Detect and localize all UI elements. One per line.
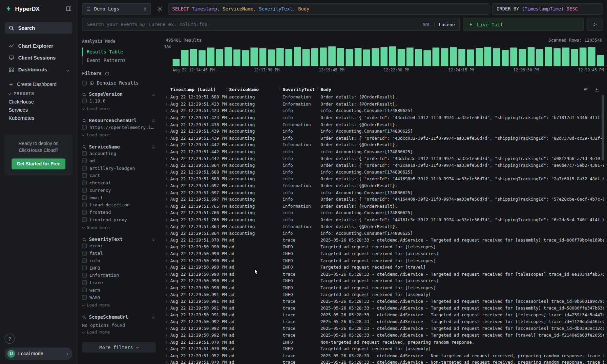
histogram-bar[interactable] bbox=[337, 48, 344, 66]
histogram-bar[interactable] bbox=[216, 49, 223, 66]
histogram-bar[interactable] bbox=[311, 48, 318, 66]
filter-option[interactable]: info bbox=[82, 257, 155, 264]
histogram-bar[interactable] bbox=[190, 49, 197, 66]
table-row[interactable]: Aug 22 12:29:50.990 PMadINFOTargeted ad … bbox=[164, 285, 604, 291]
sidebar-item-client-sessions[interactable]: Client Sessions bbox=[5, 52, 72, 63]
chevron-right-icon[interactable] bbox=[164, 341, 170, 343]
load-more-button[interactable]: Show more bbox=[82, 224, 155, 231]
table-row[interactable]: Aug 22 12:29:50.991 PMadtrace2025-05-26 … bbox=[164, 305, 604, 312]
table-row[interactable]: Aug 22 12:29:51.423 PMaccountinginfoOrde… bbox=[164, 114, 604, 121]
histogram-bar[interactable] bbox=[398, 49, 405, 66]
checkbox-icon[interactable] bbox=[82, 81, 87, 86]
histogram-bar[interactable] bbox=[536, 49, 543, 66]
table-row[interactable]: Aug 22 12:29:51.688 PMaccountingInformat… bbox=[164, 94, 604, 101]
table-row[interactable]: Aug 22 12:29:50.990 PMadINFOTargeted ad … bbox=[164, 257, 604, 264]
help-button[interactable]: ? bbox=[5, 334, 15, 344]
checkbox-icon[interactable] bbox=[82, 295, 87, 300]
checkbox-icon[interactable] bbox=[82, 273, 87, 278]
checkbox-icon[interactable] bbox=[82, 166, 87, 170]
table-row[interactable]: Aug 22 12:29:51.864 PMaccountinginfoOrde… bbox=[164, 162, 604, 169]
table-row[interactable]: Aug 22 12:29:50.990 PMadINFOTargeted ad … bbox=[164, 278, 604, 285]
table-row[interactable]: Aug 22 12:29:51.438 PMaccountingInformat… bbox=[164, 121, 604, 128]
chevron-right-icon[interactable] bbox=[164, 185, 170, 187]
filter-option[interactable]: warn bbox=[82, 287, 155, 294]
filter-option[interactable]: frontend-proxy bbox=[82, 216, 155, 223]
sidebar-item-clickhouse[interactable]: ClickHouse bbox=[5, 98, 72, 106]
pin-icon[interactable] bbox=[151, 315, 156, 319]
table-row[interactable]: Aug 22 12:29:51.765 PMaccountingInformat… bbox=[164, 203, 604, 209]
run-query-button[interactable] bbox=[587, 18, 603, 31]
filter-option[interactable]: currency bbox=[82, 187, 155, 194]
filter-option[interactable]: https://opentelemetry.i… bbox=[82, 124, 155, 131]
histogram-bar[interactable] bbox=[424, 50, 431, 66]
chevron-right-icon[interactable] bbox=[164, 103, 170, 105]
lang-sql-option[interactable]: SQL bbox=[423, 22, 431, 27]
table-row[interactable]: Aug 22 12:29:50.991 PMadtrace2025-05-26 … bbox=[164, 312, 604, 318]
chevron-right-icon[interactable] bbox=[164, 273, 170, 275]
histogram-bar[interactable] bbox=[320, 48, 327, 66]
checkbox-icon[interactable] bbox=[82, 173, 87, 178]
chevron-right-icon[interactable] bbox=[164, 321, 170, 323]
histogram-bar[interactable] bbox=[553, 48, 561, 66]
histogram-bar[interactable] bbox=[198, 50, 206, 66]
chevron-right-icon[interactable] bbox=[164, 287, 170, 289]
table-row[interactable]: Aug 22 12:29:50.990 PMadINFOTargeted ad … bbox=[164, 250, 604, 257]
sidebar-item-search[interactable]: Search bbox=[5, 22, 72, 33]
histogram-bar[interactable] bbox=[441, 48, 448, 66]
sidebar-item-kubernetes[interactable]: Kubernetes bbox=[5, 114, 72, 122]
more-filters-button[interactable]: More filters bbox=[82, 342, 155, 352]
header-severitytext[interactable]: SeverityText bbox=[282, 87, 320, 92]
checkbox-icon[interactable] bbox=[82, 203, 87, 207]
chevron-right-icon[interactable] bbox=[164, 151, 170, 153]
download-icon[interactable] bbox=[594, 87, 599, 92]
table-row[interactable]: Aug 22 12:29:51.439 PMaccountinginfoinfo… bbox=[164, 128, 604, 135]
histogram-bar[interactable] bbox=[493, 48, 500, 66]
pin-icon[interactable] bbox=[151, 118, 156, 123]
histogram-bar[interactable] bbox=[346, 49, 353, 66]
filter-option[interactable]: WARN bbox=[82, 294, 155, 301]
table-row[interactable]: Aug 22 12:29:51.766 PMaccountinginfoinfo… bbox=[164, 210, 604, 217]
chevron-right-icon[interactable] bbox=[164, 137, 170, 139]
filter-option[interactable]: checkout bbox=[82, 179, 155, 186]
checkbox-icon[interactable] bbox=[82, 266, 87, 270]
table-row[interactable]: Aug 22 12:29:51.442 PMaccountingInformat… bbox=[164, 141, 604, 148]
chevron-right-icon[interactable] bbox=[164, 307, 170, 309]
chevron-right-icon[interactable] bbox=[164, 144, 170, 146]
chevron-right-icon[interactable] bbox=[164, 226, 170, 228]
table-row[interactable]: Aug 22 12:29:50.992 PMadtrace2025-05-26 … bbox=[164, 318, 604, 325]
table-row[interactable]: Aug 22 12:29:50.990 PMadINFOTargeted ad … bbox=[164, 264, 604, 271]
chevron-right-icon[interactable] bbox=[164, 267, 170, 269]
load-more-button[interactable]: Load more bbox=[82, 132, 155, 139]
table-row[interactable]: Aug 22 12:29:50.991 PMadINFOTargeted ad … bbox=[164, 291, 604, 298]
table-row[interactable]: Aug 22 12:29:51.442 PMaccountinginfoinfo… bbox=[164, 149, 604, 155]
sidebar-item-dashboards[interactable]: Dashboards bbox=[5, 64, 72, 75]
pin-icon[interactable] bbox=[151, 237, 156, 242]
denoise-results-option[interactable]: Denoise Results bbox=[82, 81, 155, 86]
checkbox-icon[interactable] bbox=[82, 217, 87, 222]
table-row[interactable]: Aug 22 12:29:51.439 PMaccountinginfoOrde… bbox=[164, 135, 604, 141]
mode-event-patterns[interactable]: Event Patterns bbox=[82, 56, 155, 65]
checkbox-icon[interactable] bbox=[82, 181, 87, 185]
histogram-bar[interactable] bbox=[372, 48, 379, 66]
chevron-right-icon[interactable] bbox=[164, 164, 170, 166]
chevron-right-icon[interactable] bbox=[164, 362, 170, 364]
histogram-bar[interactable] bbox=[580, 48, 587, 66]
table-row[interactable]: Aug 22 12:29:51.863 PMaccountingInformat… bbox=[164, 223, 604, 230]
table-row[interactable]: Aug 22 12:29:51.766 PMaccountinginfoOrde… bbox=[164, 217, 604, 223]
table-row[interactable]: Aug 22 12:29:51.697 PMaccountinginfoinfo… bbox=[164, 189, 604, 196]
chevron-right-icon[interactable] bbox=[164, 171, 170, 173]
table-row[interactable]: Aug 22 12:29:50.992 PMadtrace2025-05-26 … bbox=[164, 325, 604, 332]
load-more-button[interactable]: Load more bbox=[82, 328, 155, 336]
filter-option[interactable]: ad bbox=[82, 157, 155, 164]
histogram-bar[interactable] bbox=[458, 49, 465, 66]
sidebar-collapse-icon[interactable] bbox=[66, 6, 71, 12]
table-row[interactable]: Aug 22 12:29:51.070 PMadINFOTargeted ad … bbox=[164, 346, 604, 352]
histogram-bar[interactable] bbox=[251, 47, 258, 66]
chevron-right-icon[interactable] bbox=[164, 280, 170, 282]
table-row[interactable]: Aug 22 12:29:50.990 PMadtrace2025-05-26 … bbox=[164, 271, 604, 277]
checkbox-icon[interactable] bbox=[82, 280, 87, 285]
checkbox-icon[interactable] bbox=[82, 258, 87, 263]
mode-results-table[interactable]: Results Table bbox=[82, 48, 155, 56]
histogram-bar[interactable] bbox=[571, 49, 578, 66]
histogram-bar[interactable] bbox=[562, 47, 569, 66]
